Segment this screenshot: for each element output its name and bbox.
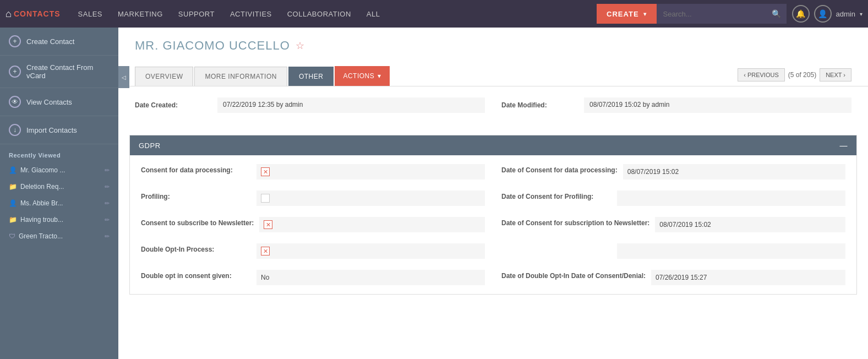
gdpr-field-row-1: Consent for data processing: ✕ [141, 164, 485, 180]
sidebar-item-import-contacts[interactable]: ↓ Import Contacts [0, 116, 118, 144]
gdpr-value-date-double-optin: 07/26/2019 15:27 [651, 270, 845, 285]
main-layout: + Create Contact + Create Contact From v… [0, 28, 868, 359]
recent-label-3: Ms. Abbie Br... [20, 199, 101, 207]
content-inner: MR. GIACOMO UCCELLO ☆ OVERVIEW MORE INFO… [118, 28, 868, 359]
recent-edit-icon-2[interactable]: ✏ [105, 183, 110, 191]
next-button[interactable]: NEXT › [820, 68, 851, 81]
sidebar-import-contacts-label: Import Contacts [26, 126, 77, 134]
tab-other[interactable]: OTHER [288, 67, 334, 86]
gdpr-collapse-button[interactable]: — [840, 141, 848, 150]
checkbox-double-optin[interactable]: ✕ [261, 247, 270, 255]
pagination-count: (5 of 205) [788, 71, 816, 79]
gdpr-label-date-newsletter: Date of Consent for subscription to News… [501, 217, 649, 227]
view-contacts-icon: 👁 [9, 96, 21, 108]
create-button[interactable]: CREATE ▾ [597, 4, 656, 24]
top-navigation: ⌂ CONTACTS SALES MARKETING SUPPORT ACTIV… [0, 0, 868, 28]
recent-item-green-tracto[interactable]: 🛡 Green Tracto... ✏ [0, 228, 118, 244]
favorite-star-icon[interactable]: ☆ [296, 40, 304, 52]
admin-label[interactable]: admin [836, 10, 855, 18]
nav-item-support[interactable]: SUPPORT [171, 0, 222, 28]
nav-item-marketing[interactable]: MARKETING [110, 0, 171, 28]
admin-chevron-icon: ▾ [860, 11, 862, 17]
gdpr-value-data-processing: ✕ [256, 164, 485, 180]
gdpr-value-date-newsletter: 08/07/2019 15:02 [655, 217, 845, 232]
sidebar-collapse-button[interactable]: ◁ [118, 66, 129, 88]
gdpr-field-row-2-right: Date of Consent for Profiling: [501, 191, 845, 206]
nav-item-all[interactable]: ALL [359, 0, 388, 28]
gdpr-label-date-profiling: Date of Consent for Profiling: [501, 191, 612, 200]
gdpr-value-double-optin: ✕ [256, 243, 485, 259]
content-area: MR. GIACOMO UCCELLO ☆ OVERVIEW MORE INFO… [118, 28, 868, 359]
gdpr-fields-grid: Consent for data processing: ✕ Date of C… [141, 164, 845, 285]
gdpr-field-row-4: Double Opt-In Process: ✕ [141, 243, 485, 259]
search-button[interactable]: 🔍 [767, 4, 787, 24]
nav-item-activities[interactable]: ACTIVITIES [222, 0, 280, 28]
recent-item-having-trouble[interactable]: 📁 Having troub... ✏ [0, 211, 118, 228]
gdpr-field-row-4-right [501, 243, 845, 259]
create-label: CREATE [607, 10, 638, 18]
nav-item-sales[interactable]: SALES [70, 0, 110, 28]
previous-button[interactable]: ‹ PREVIOUS [738, 68, 785, 81]
recent-edit-icon-1[interactable]: ✏ [105, 167, 110, 174]
pagination-area: ‹ PREVIOUS (5 of 205) NEXT › [738, 68, 851, 84]
recent-edit-icon-4[interactable]: ✏ [105, 216, 110, 224]
recently-viewed-title: Recently Viewed [0, 144, 118, 162]
create-contact-icon: + [9, 35, 21, 47]
gdpr-field-row-3-right: Date of Consent for subscription to News… [501, 217, 845, 232]
date-modified-row: Date Modified: 08/07/2019 15:02 by admin [501, 97, 851, 113]
page-header: MR. GIACOMO UCCELLO ☆ [118, 28, 868, 66]
nav-item-collaboration[interactable]: COLLABORATION [280, 0, 359, 28]
brand-label[interactable]: CONTACTS [14, 9, 61, 18]
sidebar-item-view-contacts[interactable]: 👁 View Contacts [0, 88, 118, 116]
contact-name-heading: MR. GIACOMO UCCELLO [135, 39, 290, 53]
gdpr-field-row-1-right: Date of Consent for data processing: 08/… [501, 164, 845, 180]
recent-label-2: Deletion Req... [20, 183, 101, 191]
gdpr-label-data-processing: Consent for data processing: [141, 164, 251, 174]
sidebar-item-create-contact-vcard[interactable]: + Create Contact From vCard [0, 56, 118, 88]
gdpr-label-empty-4 [501, 243, 612, 246]
actions-chevron-icon: ▾ [378, 72, 381, 80]
home-icon[interactable]: ⌂ [6, 8, 12, 20]
gdpr-label-profiling: Profiling: [141, 191, 251, 200]
recent-shield-icon-5: 🛡 [9, 232, 15, 240]
checkbox-newsletter[interactable]: ✕ [264, 220, 272, 229]
gdpr-body: Consent for data processing: ✕ Date of C… [130, 155, 856, 294]
gdpr-value-date-data-processing: 08/07/2019 15:02 [623, 164, 845, 180]
user-avatar-button[interactable]: 👤 [814, 5, 832, 23]
date-fields-grid: Date Created: 07/22/2019 12:35 by admin … [135, 97, 851, 113]
recent-edit-icon-5[interactable]: ✏ [105, 233, 110, 240]
nav-icons: 🔔 👤 admin ▾ [792, 5, 862, 23]
recent-person-icon-3: 👤 [9, 199, 17, 207]
tab-more-information[interactable]: MORE INFORMATION [194, 67, 287, 86]
gdpr-label-newsletter: Consent to subscribe to Newsletter: [141, 217, 254, 227]
gdpr-header: GDPR — [130, 135, 856, 155]
date-created-row: Date Created: 07/22/2019 12:35 by admin [135, 97, 485, 113]
recent-person-icon-1: 👤 [9, 166, 17, 174]
notifications-button[interactable]: 🔔 [792, 5, 810, 23]
sidebar: + Create Contact + Create Contact From v… [0, 28, 118, 359]
gdpr-field-row-3: Consent to subscribe to Newsletter: ✕ [141, 217, 485, 232]
gdpr-value-double-optin-given: No [256, 270, 485, 285]
tab-overview[interactable]: OVERVIEW [135, 67, 193, 86]
recent-label-4: Having troub... [20, 216, 101, 224]
tab-actions-button[interactable]: ACTIONS ▾ [335, 66, 389, 86]
recent-folder-icon-2: 📁 [9, 183, 17, 191]
checkbox-profiling[interactable] [261, 194, 270, 203]
date-modified-label: Date Modified: [501, 101, 578, 109]
gdpr-field-row-2: Profiling: [141, 191, 485, 206]
recent-item-deletion[interactable]: 📁 Deletion Req... ✏ [0, 178, 118, 195]
recent-item-giacomo[interactable]: 👤 Mr. Giacomo ... ✏ [0, 162, 118, 178]
recent-folder-icon-4: 📁 [9, 216, 17, 224]
import-contacts-icon: ↓ [9, 124, 21, 136]
recent-item-abbie[interactable]: 👤 Ms. Abbie Br... ✏ [0, 195, 118, 211]
gdpr-value-date-profiling [617, 191, 845, 206]
date-modified-value: 08/07/2019 15:02 by admin [584, 97, 851, 113]
gdpr-value-empty-4 [617, 243, 845, 259]
recent-edit-icon-3[interactable]: ✏ [105, 200, 110, 207]
checkbox-data-processing[interactable]: ✕ [261, 167, 270, 176]
sidebar-item-create-contact[interactable]: + Create Contact [0, 28, 118, 56]
sidebar-create-contact-label: Create Contact [26, 37, 74, 46]
recent-label-1: Mr. Giacomo ... [20, 166, 101, 174]
gdpr-field-row-5-right: Date of Double Opt-In Date of Consent/De… [501, 270, 845, 285]
search-input[interactable] [657, 4, 767, 24]
